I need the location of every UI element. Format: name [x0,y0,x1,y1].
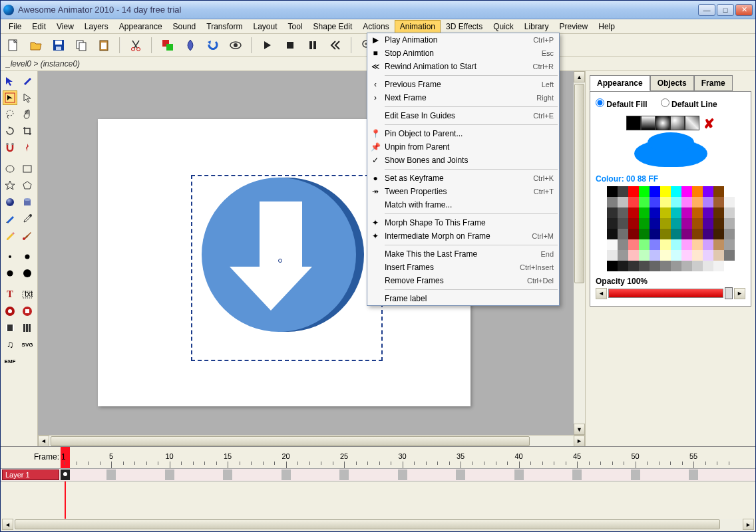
palette-color[interactable] [618,218,628,229]
edit-tool[interactable] [20,74,35,88]
open-file-button[interactable] [27,37,45,54]
menu-3d-effects[interactable]: 3D Effects [441,20,488,33]
tab-frame[interactable]: Frame [694,75,733,91]
palette-color[interactable] [628,229,639,239]
morph-button[interactable] [182,37,199,54]
menu-layout[interactable]: Layout [248,20,283,33]
palette-color[interactable] [618,261,628,271]
palette-color[interactable] [724,239,735,250]
palette-color[interactable] [692,197,703,207]
dot-med-tool[interactable] [20,249,35,264]
emf-tool[interactable]: EMF [3,354,17,368]
play-button[interactable] [259,37,276,54]
timeline-track[interactable]: Layer 1 [1,468,755,481]
palette-color[interactable] [692,218,703,229]
palette-color[interactable] [639,229,650,239]
tl-hscroll-thumb[interactable] [15,519,720,529]
menu-item-insert-frames[interactable]: Insert FramesCtrl+Insert [367,261,559,274]
undo-button[interactable] [204,37,222,54]
palette-color[interactable] [713,218,724,229]
sphere-tool[interactable] [3,195,17,209]
rotate-tool[interactable] [3,124,17,138]
palette-color[interactable] [703,239,713,250]
frame-marker-35[interactable] [456,469,465,480]
palette-color[interactable] [713,250,724,261]
palette-color[interactable] [681,239,692,250]
menu-quick[interactable]: Quick [488,20,519,33]
menu-item-previous-frame[interactable]: ‹Previous FrameLeft [367,78,559,91]
menu-item-set-as-keyframe[interactable]: ●Set as KeyframeCtrl+K [367,172,559,185]
palette-color[interactable] [607,261,618,271]
frame-marker-50[interactable] [631,469,640,480]
palette-color[interactable] [639,186,650,197]
palette-color[interactable] [671,239,681,250]
menu-actions[interactable]: Actions [357,20,394,33]
menu-tool[interactable]: Tool [283,20,308,33]
scroll-right-button[interactable]: ► [574,436,585,447]
palette-color[interactable] [639,261,650,271]
tab-objects[interactable]: Objects [650,75,694,91]
timeline-ruler[interactable]: Frame: 1 510152025303540455055 [1,452,755,468]
menu-item-match-with-frame[interactable]: Match with frame... [367,198,559,211]
palette-color[interactable] [681,261,692,271]
vscroll-thumb[interactable] [574,84,584,283]
frame-marker-5[interactable] [106,469,116,480]
pen-tool[interactable] [3,211,17,226]
opacity-thumb[interactable] [725,287,733,299]
crop-tool[interactable] [20,124,35,138]
menu-item-intermediate-morph-on-frame[interactable]: ✦Intermediate Morph on FrameCtrl+M [367,229,559,243]
palette-color[interactable] [639,239,650,250]
palette-color[interactable] [724,229,735,239]
palette-color[interactable] [713,207,724,218]
palette-color[interactable] [692,229,703,239]
menu-item-edit-ease-in-guides[interactable]: Edit Ease In GuidesCtrl+E [367,109,559,122]
palette-color[interactable] [703,186,713,197]
palette-color[interactable] [650,207,660,218]
palette-color[interactable] [628,250,639,261]
palette-color[interactable] [671,250,681,261]
palette-color[interactable] [660,207,671,218]
frame-marker-55[interactable] [689,469,698,480]
dot-small-tool[interactable] [3,249,17,264]
menu-item-morph-shape-to-this-frame[interactable]: ✦Morph Shape To This Frame [367,216,559,229]
bars-tool[interactable] [20,321,35,335]
palette-color[interactable] [660,218,671,229]
palette-color[interactable] [671,197,681,207]
palette-color[interactable] [607,186,618,197]
swatch-sphere[interactable] [670,116,685,130]
scroll-up-button[interactable]: ▲ [574,71,585,82]
palette-color[interactable] [607,250,618,261]
palette-color[interactable] [703,197,713,207]
palette-color[interactable] [628,197,639,207]
frame-marker-20[interactable] [282,469,291,480]
swatch-pattern[interactable] [685,116,699,130]
palette-color[interactable] [713,197,724,207]
palette-color[interactable] [724,218,735,229]
cut-button[interactable] [127,37,144,54]
palette-color[interactable] [681,250,692,261]
opacity-slider[interactable]: ◄ ► [596,287,745,299]
menu-sound[interactable]: Sound [168,20,202,33]
palette-color[interactable] [650,229,660,239]
palette-color[interactable] [681,186,692,197]
palette-color[interactable] [650,250,660,261]
eyedropper-tool[interactable] [20,211,35,226]
arrow-tool[interactable] [3,74,17,88]
tl-scroll-left-button[interactable]: ◄ [2,519,13,530]
canvas-vscroll[interactable]: ▲ ▼ [574,71,585,435]
canvas-hscroll[interactable]: ◄ ► [38,435,585,446]
preview-eye-button[interactable] [227,37,244,54]
menu-shape-edit[interactable]: Shape Edit [308,20,358,33]
palette-color[interactable] [703,218,713,229]
palette-color[interactable] [671,207,681,218]
menu-file[interactable]: File [3,20,27,33]
copy-button[interactable] [73,37,90,54]
star-tool[interactable] [3,178,17,193]
pencil-tool[interactable] [3,228,17,243]
palette-color[interactable] [607,207,618,218]
palette-color[interactable] [607,218,618,229]
menu-item-unpin-from-parent[interactable]: 📌Unpin from Parent [367,140,559,154]
palette-color[interactable] [628,218,639,229]
palette-color[interactable] [681,218,692,229]
menu-item-remove-frames[interactable]: Remove FramesCtrl+Del [367,274,559,287]
